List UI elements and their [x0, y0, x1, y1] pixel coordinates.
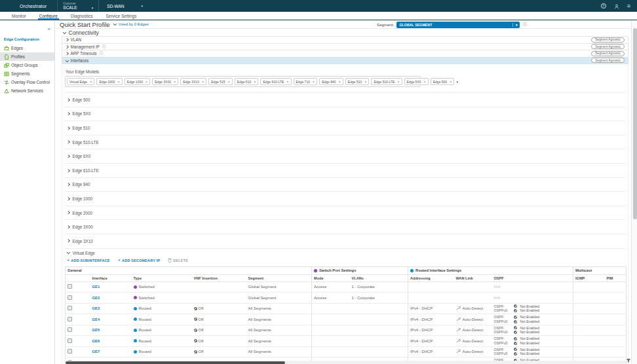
edge-models-multiselect[interactable]: Virtual Edge×Edge 2000×Edge 1000×Edge 3X…: [65, 76, 421, 87]
remove-icon[interactable]: ×: [174, 81, 176, 83]
sidebar-item-network-services[interactable]: Network Services: [0, 86, 54, 95]
edge-model-chip[interactable]: Edge 510×: [345, 78, 370, 85]
used-by-link[interactable]: Used by 0 Edges: [119, 22, 149, 26]
edge-model-chip[interactable]: Edge 510-LTE×: [371, 78, 402, 85]
segment-select[interactable]: GLOBAL SEGMENT ▾: [396, 22, 520, 28]
type-cell: Routed: [132, 325, 192, 336]
interface-link[interactable]: GE5: [92, 328, 100, 332]
nav-tab-service-settings[interactable]: Service Settings: [99, 12, 143, 20]
edge-model-section-edge-1000[interactable]: Edge 1000: [65, 192, 625, 206]
vertical-scrollbar-thumb[interactable]: [633, 28, 637, 219]
edge-model-chip[interactable]: Edge 5X0×: [404, 78, 429, 85]
chevron-down-icon[interactable]: ▾: [456, 80, 458, 84]
interface-link[interactable]: GE7: [92, 350, 100, 354]
remove-icon[interactable]: ×: [228, 81, 230, 83]
ospf-status: Not Enabled: [514, 326, 539, 331]
remove-icon[interactable]: ×: [397, 81, 399, 83]
remove-icon[interactable]: ×: [90, 81, 92, 83]
edge-model-chip[interactable]: Edge 3X10×: [180, 78, 206, 85]
remove-icon[interactable]: ×: [202, 81, 204, 83]
edge-model-chip[interactable]: Edge 710×: [294, 78, 318, 85]
filter-icon[interactable]: [626, 354, 631, 359]
pim-cell: [605, 325, 627, 336]
accordion-section-interfaces[interactable]: InterfacesSegment Agnostic: [62, 57, 628, 65]
row-checkbox[interactable]: [68, 327, 72, 332]
sidebar-item-profiles[interactable]: Profiles: [0, 52, 54, 61]
add-secondary-ip-button[interactable]: + ADD SECONDARY IP: [118, 259, 161, 263]
chevron-down-icon: [63, 31, 66, 34]
sidebar-item-object-groups[interactable]: Object Groups: [0, 61, 54, 69]
edge-model-section-virtual-edge[interactable]: Virtual Edge: [65, 249, 625, 257]
addressing-cell: IPv4 - DHCP: [408, 346, 454, 357]
remove-icon[interactable]: ×: [450, 81, 452, 83]
chip-label: Edge 510: [348, 80, 362, 84]
edge-model-chip[interactable]: Edge 1000×: [125, 78, 150, 85]
interface-link[interactable]: GE3: [92, 306, 100, 310]
edge-model-section-edge-2000[interactable]: Edge 2000: [65, 206, 625, 221]
customer-switcher[interactable]: Customer SCALE ▾: [57, 0, 98, 12]
edge-model-section-edge-500[interactable]: Edge 500: [65, 93, 625, 107]
interface-link[interactable]: GE1: [92, 285, 100, 289]
nav-tab-diagnostics[interactable]: Diagnostics: [64, 12, 100, 20]
nav-tab-configure[interactable]: Configure: [33, 12, 64, 20]
ospf-cell-td: OSPF:OSPFv3:Not EnabledNot Enabled: [492, 346, 573, 357]
vertical-scrollbar[interactable]: [631, 20, 637, 364]
service-switcher[interactable]: SD-WAN ▾: [98, 0, 151, 12]
remove-icon[interactable]: ×: [254, 81, 256, 83]
info-icon[interactable]: ⓘ: [102, 45, 106, 49]
edge-model-chip[interactable]: Edge 610×: [235, 78, 259, 85]
edge-model-chip[interactable]: Virtual Edge×: [67, 78, 94, 85]
collapse-sidebar-icon[interactable]: «: [48, 26, 50, 32]
info-icon[interactable]: ⓘ: [522, 22, 527, 27]
vlans-cell: [350, 303, 408, 314]
delete-button[interactable]: DELETE: [168, 258, 188, 263]
row-checkbox[interactable]: [68, 317, 72, 321]
edge-model-section-edge-510-lte[interactable]: Edge 510-LTE: [65, 136, 625, 150]
interface-toolbar: + ADD SUBINTERFACE + ADD SECONDARY IP DE…: [65, 257, 625, 265]
remove-icon[interactable]: ×: [339, 81, 341, 83]
interface-link[interactable]: GE4: [92, 318, 100, 321]
edge-model-section-edge-840[interactable]: Edge 840: [65, 178, 625, 192]
info-icon[interactable]: ⓘ: [100, 51, 104, 56]
accordion-section-label: Interfaces: [71, 58, 89, 63]
help-icon[interactable]: ?: [601, 3, 606, 9]
edge-model-section-edge-610-lte[interactable]: Edge 610-LTE: [65, 164, 625, 178]
remove-icon[interactable]: ×: [145, 81, 147, 83]
sidebar-item-overlay-flow-control[interactable]: Overlay Flow Control: [0, 78, 54, 86]
edge-model-chip[interactable]: Edge 610-LTE×: [260, 78, 291, 85]
remove-icon[interactable]: ×: [313, 81, 315, 83]
edge-model-section-edge-5x0[interactable]: Edge 5X0: [65, 107, 625, 122]
edge-model-chip[interactable]: Edge 3X00×: [152, 78, 178, 85]
off-icon: [194, 307, 197, 310]
row-checkbox[interactable]: [68, 338, 72, 343]
user-icon[interactable]: [614, 0, 619, 12]
edge-model-section-edge-510[interactable]: Edge 510: [65, 121, 625, 136]
remove-icon[interactable]: ×: [118, 81, 120, 83]
add-subinterface-button[interactable]: + ADD SUBINTERFACE: [67, 259, 110, 263]
row-checkbox[interactable]: [68, 284, 72, 289]
chip-label: Virtual Edge: [69, 80, 87, 84]
edge-model-chip[interactable]: Edge 515×: [208, 78, 233, 85]
horizontal-scrollbar-thumb[interactable]: [66, 361, 285, 364]
menu-icon[interactable]: ≡: [627, 3, 630, 9]
edge-model-chip[interactable]: Edge 2000×: [96, 78, 122, 85]
remove-icon[interactable]: ×: [286, 81, 288, 83]
edge-model-section-edge-6x0[interactable]: Edge 6X0: [65, 149, 625, 164]
edge-model-chip[interactable]: Edge 500×: [431, 78, 455, 85]
edge-model-section-edge-3x00[interactable]: Edge 3X00: [65, 220, 625, 234]
sidebar-item-edges[interactable]: Edges: [0, 44, 54, 52]
interface-link[interactable]: GE6: [92, 339, 100, 343]
interface-link[interactable]: GE2: [92, 296, 100, 300]
edge-model-chip[interactable]: Edge 840×: [319, 78, 343, 85]
row-checkbox[interactable]: [68, 295, 72, 300]
remove-icon[interactable]: ×: [364, 81, 366, 83]
row-checkbox[interactable]: [68, 306, 72, 310]
edge-model-section-edge-3x10[interactable]: Edge 3X10: [65, 234, 625, 249]
nav-tab-monitor[interactable]: Monitor: [5, 12, 33, 20]
sidebar-item-segments[interactable]: Segments: [0, 69, 54, 78]
row-checkbox[interactable]: [68, 349, 72, 354]
horizontal-scrollbar[interactable]: [64, 361, 626, 364]
remove-icon[interactable]: ×: [424, 81, 426, 83]
ospf-status: Not Enabled: [514, 304, 539, 309]
chevron-down-icon[interactable]: [113, 22, 117, 26]
